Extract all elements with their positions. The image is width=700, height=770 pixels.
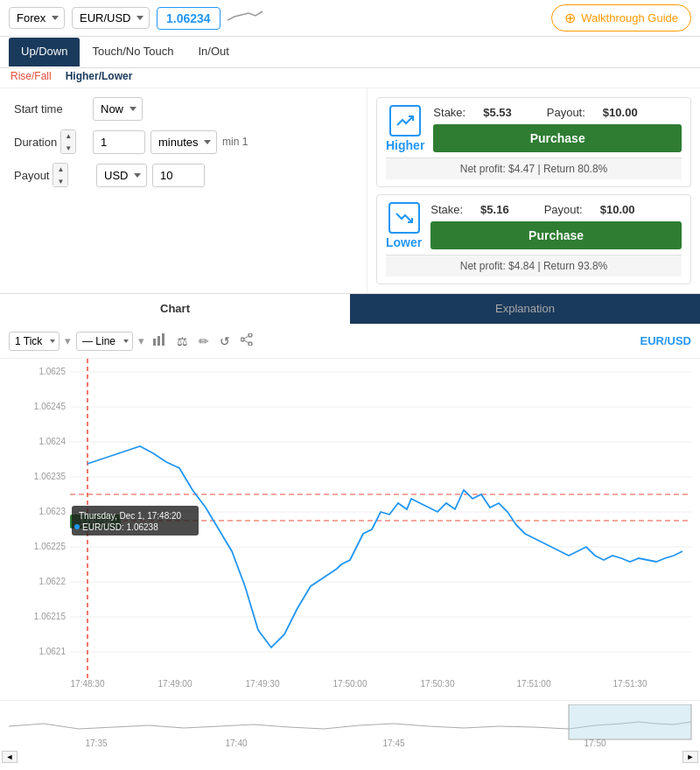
payout-currency-select[interactable]: USD (96, 164, 147, 187)
payout-label: Payout ▲ ▼ (14, 163, 84, 187)
svg-text:1.0623: 1.0623 (38, 507, 66, 516)
payout-row: Payout ▲ ▼ USD (14, 163, 353, 187)
chart-svg: 1.0625 1.06245 1.0624 1.06235 1.0623 1.0… (0, 359, 700, 700)
svg-text:17:40: 17:40 (225, 738, 247, 748)
lower-purchase-button[interactable]: Purchase (430, 221, 682, 249)
lower-payout-label: Payout: (544, 203, 583, 216)
price-display: 1.06234 (157, 7, 220, 30)
left-panel: Start time Now Duration ▲ ▼ minutes min … (0, 88, 368, 293)
walkthrough-label: Walkthrough Guide (581, 11, 678, 24)
duration-up[interactable]: ▲ (61, 130, 75, 143)
svg-text:1.0624: 1.0624 (38, 437, 66, 446)
lower-card: Lower Stake: $5.16 Payout: $10.00 Purcha… (376, 194, 691, 284)
payout-down[interactable]: ▼ (53, 176, 67, 187)
tick-select[interactable]: 1 Tick (9, 332, 60, 351)
scales-icon[interactable]: ⚖ (174, 332, 191, 351)
svg-text:1.06225: 1.06225 (34, 542, 66, 551)
svg-line-6 (244, 336, 248, 339)
svg-point-40 (74, 524, 80, 529)
lower-net-profit: Net profit: $4.84 | Return 93.8% (386, 255, 682, 276)
main-tabs: Up/Down Touch/No Touch In/Out (0, 37, 700, 68)
share-icon[interactable] (238, 331, 256, 351)
tab-updown[interactable]: Up/Down (9, 38, 80, 66)
chart-tabs: Chart Explanation (0, 294, 700, 324)
duration-row: Duration ▲ ▼ minutes min 1 (14, 130, 353, 154)
svg-text:Thursday, Dec 1, 17:48:20: Thursday, Dec 1, 17:48:20 (79, 511, 182, 521)
scroll-left-btn[interactable]: ◄ (2, 751, 18, 763)
svg-text:17:50:30: 17:50:30 (421, 679, 455, 689)
svg-text:17:49:00: 17:49:00 (158, 679, 192, 689)
start-time-row: Start time Now (14, 97, 353, 121)
svg-text:17:51:30: 17:51:30 (613, 679, 648, 689)
svg-text:17:51:00: 17:51:00 (517, 679, 551, 689)
payout-input[interactable] (152, 164, 205, 187)
bar-chart-icon[interactable] (150, 331, 169, 351)
tab-inout[interactable]: In/Out (186, 38, 241, 66)
chart-navigator: 17:35 17:40 17:45 17:50 ◄ ► (0, 700, 700, 766)
lower-stake-value: $5.16 (480, 203, 509, 216)
higher-card: Higher Stake: $5.53 Payout: $10.00 Purch… (376, 97, 691, 187)
scroll-right-btn[interactable]: ► (682, 751, 698, 763)
duration-down[interactable]: ▼ (61, 143, 75, 154)
app-header: Forex EUR/USD 1.06234 ⊕ Walkthrough Guid… (0, 0, 700, 37)
higher-stake-label: Stake: (433, 106, 466, 119)
lower-stats: Stake: $5.16 Payout: $10.00 (430, 203, 682, 216)
lower-stake-label: Stake: (430, 203, 463, 216)
svg-rect-2 (162, 333, 164, 346)
svg-text:1.06215: 1.06215 (34, 612, 66, 621)
higher-label: Higher (386, 138, 424, 152)
subtab-higherlower[interactable]: Higher/Lower (66, 70, 133, 82)
svg-text:1.0621: 1.0621 (38, 647, 66, 656)
higher-payout-label: Payout: (547, 106, 585, 119)
svg-point-5 (248, 342, 252, 346)
duration-input[interactable] (93, 130, 145, 154)
svg-text:1.06245: 1.06245 (34, 402, 66, 411)
higher-stats: Stake: $5.53 Payout: $10.00 (433, 106, 682, 119)
svg-text:17:50:00: 17:50:00 (333, 679, 368, 689)
walkthrough-button[interactable]: ⊕ Walkthrough Guide (551, 4, 691, 32)
pair-select[interactable]: EUR/USD (72, 7, 150, 29)
header-left: Forex EUR/USD 1.06234 (9, 7, 262, 30)
lower-icon (388, 202, 420, 234)
chart-area: 1.0625 1.06245 1.0624 1.06235 1.0623 1.0… (0, 359, 700, 700)
refresh-icon[interactable]: ↺ (217, 332, 233, 351)
duration-stepper[interactable]: ▲ ▼ (60, 130, 76, 154)
higher-payout-value: $10.00 (603, 106, 638, 119)
tab-touch[interactable]: Touch/No Touch (80, 38, 186, 66)
line-select[interactable]: — Line (76, 332, 133, 351)
svg-text:1.06235: 1.06235 (34, 472, 66, 481)
svg-text:1.0625: 1.0625 (38, 367, 66, 376)
payout-up[interactable]: ▲ (53, 164, 67, 176)
right-panel: Higher Stake: $5.53 Payout: $10.00 Purch… (368, 88, 700, 293)
tab-explanation[interactable]: Explanation (350, 294, 700, 324)
chart-pair-label: EUR/USD (640, 334, 691, 347)
lower-label: Lower (386, 235, 422, 249)
start-time-select[interactable]: Now (93, 97, 143, 121)
tab-chart[interactable]: Chart (0, 294, 350, 324)
walkthrough-icon: ⊕ (564, 10, 576, 26)
chart-toolbar: 1 Tick ▾ — Line ▾ ⚖ ✏ ↺ EUR/USD (0, 324, 700, 359)
duration-unit-select[interactable]: minutes (150, 130, 217, 154)
svg-rect-0 (153, 339, 156, 346)
svg-text:17:50: 17:50 (584, 738, 606, 748)
subtab-risefall[interactable]: Rise/Fall (10, 70, 52, 82)
svg-text:EUR/USD: 1.06238: EUR/USD: 1.06238 (82, 522, 158, 532)
line-dropdown-icon: ▾ (138, 334, 144, 347)
price-sparkline (228, 8, 262, 28)
mini-chart-svg: 17:35 17:40 17:45 17:50 (0, 704, 700, 748)
main-content: Start time Now Duration ▲ ▼ minutes min … (0, 88, 700, 294)
forex-select[interactable]: Forex (9, 7, 65, 29)
svg-text:17:48:30: 17:48:30 (71, 679, 105, 689)
svg-rect-1 (158, 336, 160, 346)
svg-text:17:45: 17:45 (382, 738, 404, 748)
payout-stepper[interactable]: ▲ ▼ (52, 163, 68, 187)
svg-text:17:49:30: 17:49:30 (246, 679, 280, 689)
pencil-icon[interactable]: ✏ (196, 332, 212, 351)
higher-net-profit: Net profit: $4.47 | Return 80.8% (386, 158, 682, 179)
higher-stake-value: $5.53 (483, 106, 512, 119)
watermark: Binary.com · Webtrader (0, 766, 700, 770)
svg-text:1.0622: 1.0622 (38, 577, 66, 586)
svg-point-3 (248, 333, 252, 337)
higher-purchase-button[interactable]: Purchase (433, 124, 682, 152)
duration-min: min 1 (222, 136, 248, 148)
